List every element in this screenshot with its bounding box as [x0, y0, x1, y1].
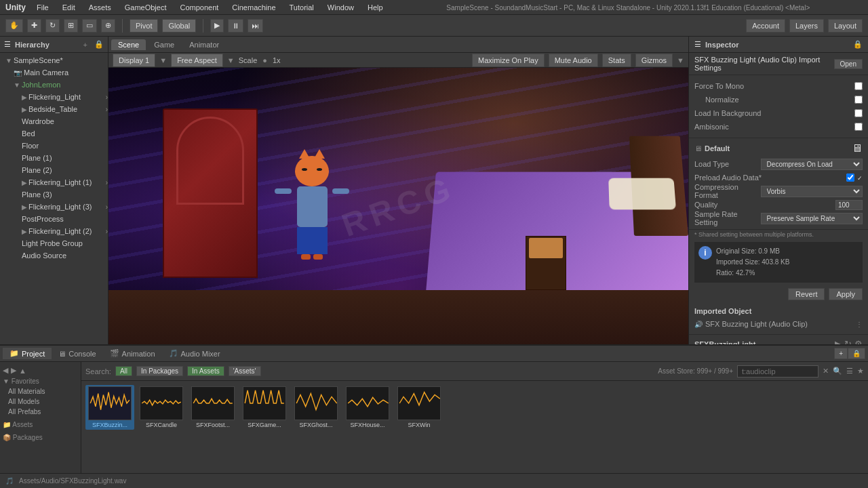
filter-assets-quotes-btn[interactable]: 'Assets'	[229, 366, 261, 376]
loop-audio-btn[interactable]: ↻	[844, 339, 852, 344]
scale-sep: ●	[262, 56, 267, 64]
asset-sfxbuzzin[interactable]: SFXBuzzin...	[85, 385, 134, 430]
ambisonic-checkbox[interactable]	[854, 123, 863, 131]
layers-btn[interactable]: Layers	[789, 19, 824, 33]
tab-project[interactable]: 📁 Project	[3, 348, 52, 359]
tree-flickeringlight1[interactable]: ▶ Flickering_Light (1) ›	[0, 176, 108, 188]
global-btn[interactable]: Global	[162, 19, 196, 33]
tree-plane3[interactable]: Plane (3)	[0, 188, 108, 201]
hierarchy-add-icon[interactable]: +	[83, 41, 87, 49]
tree-bed[interactable]: Bed	[0, 127, 108, 140]
packages-header[interactable]: 📦 Packages	[3, 432, 78, 443]
mute-btn[interactable]: Mute Audio	[549, 54, 598, 67]
tree-plane1[interactable]: Plane (1)	[0, 152, 108, 164]
scale-tool[interactable]: ⊞	[64, 19, 78, 33]
asset-sfxhouse[interactable]: SFXHouse...	[343, 385, 392, 430]
filter-packages-btn[interactable]: In Packages	[136, 366, 183, 376]
fav-all-prefabs[interactable]: All Prefabs	[3, 407, 78, 417]
stats-btn[interactable]: Stats	[602, 54, 631, 67]
menu-gameobject[interactable]: GameObject	[122, 2, 170, 13]
bottom-lock-btn[interactable]: 🔒	[848, 348, 865, 359]
aspect-btn[interactable]: Free Aspect	[171, 54, 223, 67]
open-button[interactable]: Open	[834, 59, 863, 69]
pause-btn[interactable]: ⏸	[228, 19, 243, 33]
scene-view[interactable]: RRCG	[108, 68, 688, 344]
tree-samplescene[interactable]: ▼ SampleScene*	[0, 54, 108, 66]
asset-sfxgame[interactable]: SFXGame...	[240, 385, 289, 430]
account-btn[interactable]: Account	[746, 19, 785, 33]
tree-flickeringlight2[interactable]: ▶ Flickering_Light (2) ›	[0, 225, 108, 237]
force-to-mono-checkbox[interactable]	[854, 82, 863, 90]
transform-tool[interactable]: ⊕	[101, 19, 115, 33]
pivot-btn[interactable]: Pivot	[130, 19, 158, 33]
menu-file[interactable]: File	[34, 2, 52, 13]
tab-game[interactable]: Game	[147, 39, 181, 50]
display-btn[interactable]: Display 1	[113, 54, 155, 67]
fav-all-materials[interactable]: All Materials	[3, 386, 78, 396]
step-btn[interactable]: ⏭	[248, 19, 263, 33]
menu-cinemachine[interactable]: Cinemachine	[229, 2, 278, 13]
tab-console[interactable]: 🖥 Console	[52, 348, 102, 359]
rotate-tool[interactable]: ↻	[45, 19, 60, 33]
tree-audiosource[interactable]: Audio Source	[0, 249, 108, 262]
search-clear-icon[interactable]: ✕	[823, 367, 829, 375]
settings-audio-btn[interactable]: ⚙	[854, 339, 863, 344]
apply-button[interactable]: Apply	[829, 288, 863, 300]
assets-header[interactable]: 📁 Assets	[3, 420, 78, 430]
gizmos-btn[interactable]: Gizmos	[635, 54, 673, 67]
nav-up-icon[interactable]: ▲	[19, 367, 26, 375]
tree-postprocess[interactable]: PostProcess	[0, 213, 108, 225]
menu-help[interactable]: Help	[365, 2, 386, 13]
nav-fwd-icon[interactable]: ▶	[11, 366, 16, 375]
layout-btn[interactable]: Layout	[828, 19, 863, 33]
tree-lightprobegroup[interactable]: Light Probe Group	[0, 237, 108, 249]
tree-wardrobe[interactable]: Wardrobe	[0, 115, 108, 127]
play-btn[interactable]: ▶	[210, 19, 224, 33]
play-audio-btn[interactable]: ▶	[835, 339, 842, 344]
hand-tool[interactable]: ✋	[5, 19, 23, 33]
tree-plane2[interactable]: Plane (2)	[0, 164, 108, 176]
sample-rate-dropdown[interactable]: Preserve Sample Rate	[761, 213, 863, 224]
load-bg-checkbox[interactable]	[854, 109, 863, 117]
tree-johnlemon[interactable]: ▼ JohnLemon	[0, 79, 108, 91]
tab-animator[interactable]: Animator	[182, 39, 226, 50]
asset-sfxfootst[interactable]: SFXFootst...	[189, 385, 237, 430]
load-type-dropdown[interactable]: Decompress On Load	[761, 159, 863, 170]
asset-sfxghost[interactable]: SFXGhost...	[292, 385, 340, 430]
rect-tool[interactable]: ▭	[82, 19, 97, 33]
move-tool[interactable]: ✚	[27, 19, 41, 33]
preload-checkbox[interactable]	[846, 174, 854, 182]
tree-bedsidetable[interactable]: ▶ Bedside_Table ›	[0, 103, 108, 115]
search-icon[interactable]: 🔍	[833, 367, 842, 375]
menu-tutorial[interactable]: Tutorial	[287, 2, 317, 13]
filter-all-btn[interactable]: All	[115, 366, 132, 376]
asset-sfxwin[interactable]: SFXWin	[395, 385, 443, 430]
tab-audiomixer[interactable]: 🎵 Audio Mixer	[162, 348, 227, 359]
tab-scene[interactable]: Scene	[111, 39, 146, 50]
tree-floor[interactable]: Floor	[0, 140, 108, 152]
tree-flickeringlight[interactable]: ▶ Flickering_Light ›	[0, 91, 108, 103]
revert-button[interactable]: Revert	[788, 288, 825, 300]
inspector-lock-icon[interactable]: 🔒	[853, 40, 863, 49]
search-input[interactable]	[737, 365, 818, 378]
favorites-header[interactable]: ▼ Favorites	[3, 376, 78, 386]
compression-dropdown[interactable]: Vorbis	[761, 186, 863, 197]
bottom-add-btn[interactable]: +	[834, 348, 848, 359]
hierarchy-lock-icon[interactable]: 🔒	[94, 40, 104, 49]
filter-assets-btn[interactable]: In Assets	[187, 366, 224, 376]
search-star-icon[interactable]: ★	[857, 367, 864, 375]
maximize-btn[interactable]: Maximize On Play	[472, 54, 545, 67]
fav-all-models[interactable]: All Models	[3, 396, 78, 407]
search-filter-icon[interactable]: ☰	[846, 367, 853, 375]
normalize-checkbox[interactable]	[854, 96, 863, 104]
menu-assets[interactable]: Assets	[86, 2, 114, 13]
nav-back-icon[interactable]: ◀	[3, 366, 8, 375]
menu-component[interactable]: Component	[177, 2, 221, 13]
tree-maincamera[interactable]: 📷 Main Camera	[0, 66, 108, 79]
tab-animation[interactable]: 🎬 Animation	[103, 348, 162, 359]
menu-edit[interactable]: Edit	[60, 2, 78, 13]
asset-sfxcandle[interactable]: SFXCandle	[137, 385, 186, 430]
menu-window[interactable]: Window	[325, 2, 357, 13]
quality-input[interactable]	[835, 200, 863, 210]
tree-flickeringlight3[interactable]: ▶ Flickering_Light (3) ›	[0, 201, 108, 213]
